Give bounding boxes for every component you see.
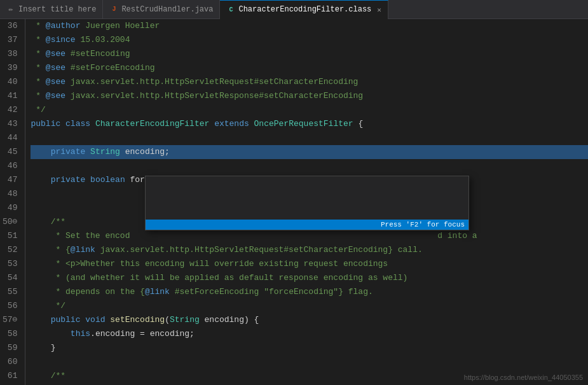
line-num-55: 55	[3, 285, 20, 299]
line-num-59: 59	[3, 341, 20, 355]
line-num-38: 38	[3, 47, 20, 61]
watermark: https://blog.csdn.net/weixin_44050355	[464, 374, 583, 381]
code-line-55: * depends on the {@link #setForceEncodin…	[31, 285, 588, 299]
autocomplete-popup[interactable]: Press 'F2' for focus	[145, 176, 469, 230]
line-num-46: 46	[3, 159, 20, 173]
code-area: 36 37 38 39 40 41 42 43 44 45 46 47 48 4…	[0, 19, 588, 385]
code-line-54: * (and whether it will be applied as def…	[31, 271, 588, 285]
line-num-42: 42	[3, 103, 20, 117]
java-icon: J	[109, 5, 118, 14]
line-num-47: 47	[3, 173, 20, 187]
line-num-45: 45	[3, 145, 20, 159]
code-line-53: * <p>Whether this encoding will override…	[31, 257, 588, 271]
code-line-36: * @author Juergen Hoeller	[31, 19, 588, 33]
code-line-40: * @see javax.servlet.http.HttpServletReq…	[31, 75, 588, 89]
code-line-58: this.encoding = encoding;	[31, 327, 588, 341]
line-num-51: 51	[3, 229, 20, 243]
line-num-36: 36	[3, 19, 20, 33]
code-line-42: */	[31, 103, 588, 117]
line-num-54: 54	[3, 271, 20, 285]
tab-rest-crud-label: RestCrudHandler.java	[121, 5, 213, 14]
line-num-56: 56	[3, 299, 20, 313]
pencil-icon: ✏	[6, 5, 15, 14]
autocomplete-content	[146, 176, 468, 220]
code-line-43: public class CharacterEncodingFilter ext…	[31, 117, 588, 131]
line-num-43: 43	[3, 117, 20, 131]
line-num-40: 40	[3, 75, 20, 89]
code-line-38: * @see #setEncoding	[31, 47, 588, 61]
code-line-60	[31, 355, 588, 369]
code-line-44	[31, 131, 588, 145]
code-line-51: * Set the encod d into a	[31, 229, 588, 243]
autocomplete-hint: Press 'F2' for focus	[381, 221, 465, 228]
line-num-61: 61	[3, 369, 20, 383]
line-num-37: 37	[3, 33, 20, 47]
line-num-58: 58	[3, 327, 20, 341]
line-num-44: 44	[3, 131, 20, 145]
code-line-46	[31, 159, 588, 173]
tab-char-filter-label: CharacterEncodingFilter.class	[238, 5, 371, 14]
code-line-52: * {@link javax.servlet.http.HttpServletR…	[31, 243, 588, 257]
line-num-52: 52	[3, 243, 20, 257]
class-icon: C	[226, 5, 235, 14]
line-num-57: 57⊖	[3, 313, 20, 327]
line-num-53: 53	[3, 257, 20, 271]
line-num-41: 41	[3, 89, 20, 103]
line-num-50: 50⊖	[3, 215, 20, 229]
code-line-57: public void setEncoding(String encoding)…	[31, 313, 588, 327]
watermark-text: https://blog.csdn.net/weixin_44050355	[464, 374, 583, 381]
tab-insert-title[interactable]: ✏ Insert title here	[0, 0, 103, 19]
tab-rest-crud[interactable]: J RestCrudHandler.java	[103, 0, 220, 19]
line-num-39: 39	[3, 61, 20, 75]
line-num-48: 48	[3, 187, 20, 201]
code-line-56: */	[31, 299, 588, 313]
tab-bar: ✏ Insert title here J RestCrudHandler.ja…	[0, 0, 588, 19]
tab-char-filter[interactable]: C CharacterEncodingFilter.class ✕	[220, 0, 388, 19]
line-num-49: 49	[3, 201, 20, 215]
code-line-41: * @see javax.servlet.http.HttpServletRes…	[31, 89, 588, 103]
tab-insert-title-label: Insert title here	[18, 5, 96, 14]
code-line-37: * @since 15.03.2004	[31, 33, 588, 47]
code-line-45: private String encoding;	[31, 145, 588, 159]
line-num-60: 60	[3, 355, 20, 369]
autocomplete-footer: Press 'F2' for focus	[146, 220, 468, 230]
code-line-59: }	[31, 341, 588, 355]
code-line-39: * @see #setForceEncoding	[31, 61, 588, 75]
line-numbers: 36 37 38 39 40 41 42 43 44 45 46 47 48 4…	[0, 19, 25, 385]
close-tab-button[interactable]: ✕	[377, 6, 381, 14]
